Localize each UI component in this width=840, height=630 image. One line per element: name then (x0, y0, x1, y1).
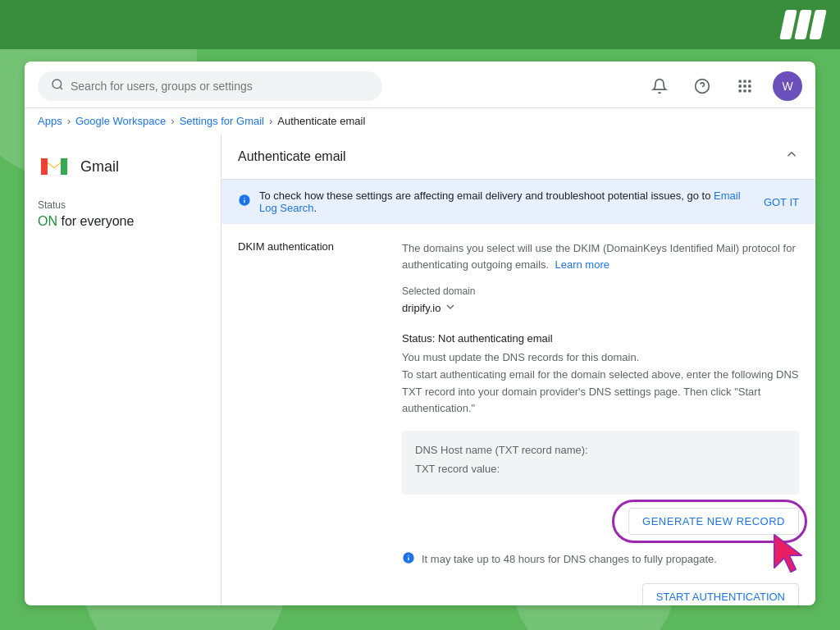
svg-rect-9 (748, 84, 751, 87)
apps-icon[interactable] (730, 71, 760, 101)
panel-header: Authenticate email (221, 134, 815, 180)
dropdown-arrow-icon (444, 300, 457, 316)
panel-title: Authenticate email (238, 149, 346, 164)
start-authentication-button[interactable]: START AUTHENTICATION (642, 583, 799, 605)
dns-host-name-label: DNS Host name (TXT record name): (415, 444, 786, 456)
sidebar-app-name: Gmail (80, 158, 119, 176)
breadcrumb-workspace[interactable]: Google Workspace (75, 115, 166, 127)
dns-instructions: You must update the DNS records for this… (402, 349, 799, 418)
start-auth-area: START AUTHENTICATION (402, 583, 799, 605)
right-content: Authenticate email (221, 134, 815, 605)
dkim-status-value: Not authenticating email (438, 332, 552, 345)
dns-record-box: DNS Host name (TXT record name): TXT rec… (402, 431, 799, 495)
search-input[interactable] (71, 80, 369, 93)
dkim-label: DKIM authentication (238, 240, 386, 253)
selected-domain-label: Selected domain (402, 285, 799, 297)
info-icon-small (402, 551, 415, 567)
svg-line-1 (60, 87, 62, 89)
top-bar (0, 0, 840, 49)
search-box[interactable] (38, 71, 382, 101)
domain-selector[interactable]: dripify.io (402, 300, 799, 316)
info-banner-left: To check how these settings are affectin… (238, 189, 747, 214)
propagation-text: It may take up to 48 hours for DNS chang… (422, 553, 717, 565)
svg-rect-8 (743, 84, 746, 87)
status-for: for everyone (61, 214, 134, 228)
dkim-status-line: Status: Not authenticating email (402, 332, 799, 345)
breadcrumb-sep-3: › (269, 115, 272, 127)
domain-name: dripify.io (402, 302, 441, 314)
app-header: Gmail (38, 150, 208, 183)
top-icons: W (645, 71, 802, 101)
svg-marker-16 (41, 158, 48, 175)
propagation-notice: It may take up to 48 hours for DNS chang… (402, 551, 799, 567)
info-banner-text: To check how these settings are affectin… (259, 189, 747, 214)
status-value: ON for everyone (38, 214, 208, 229)
info-icon (238, 194, 251, 210)
dkim-section: DKIM authentication The domains you sele… (221, 224, 815, 605)
logo-stripe-3 (809, 10, 827, 39)
breadcrumb-apps[interactable]: Apps (38, 115, 62, 127)
txt-record-label: TXT record value: (415, 463, 786, 475)
update-dns-text: You must update the DNS records for this… (402, 349, 799, 367)
svg-rect-5 (743, 80, 746, 83)
dkim-learn-more-link[interactable]: Learn more (555, 258, 609, 271)
svg-rect-11 (743, 89, 746, 92)
logo (783, 10, 824, 39)
help-icon[interactable] (687, 71, 717, 101)
svg-rect-6 (748, 80, 751, 83)
status-on: ON (38, 214, 57, 228)
dns-instruction-detail: To start authenticating email for the do… (402, 367, 799, 418)
breadcrumb-sep-1: › (67, 115, 71, 127)
status-section: Status: Not authenticating email You mus… (402, 332, 799, 418)
breadcrumb-settings-gmail[interactable]: Settings for Gmail (180, 115, 264, 127)
svg-rect-4 (739, 80, 742, 83)
content-area: Gmail Status ON for everyone Authenticat… (25, 134, 815, 605)
gmail-icon (38, 150, 71, 183)
search-bar-area: W (25, 62, 815, 108)
dkim-label-col: DKIM authentication (238, 240, 386, 605)
status-label: Status (38, 199, 208, 211)
collapse-icon[interactable] (784, 147, 799, 166)
breadcrumb: Apps › Google Workspace › Settings for G… (25, 108, 815, 134)
breadcrumb-sep-2: › (171, 115, 174, 127)
svg-point-0 (52, 80, 62, 89)
svg-marker-17 (61, 158, 67, 175)
svg-rect-12 (748, 89, 751, 92)
left-sidebar: Gmail Status ON for everyone (25, 134, 221, 605)
got-it-button[interactable]: GOT IT (764, 196, 799, 208)
user-avatar[interactable]: W (773, 71, 802, 101)
generate-area: GENERATE NEW RECORD (402, 508, 799, 535)
breadcrumb-current: Authenticate email (277, 115, 365, 127)
generate-new-record-button[interactable]: GENERATE NEW RECORD (628, 508, 799, 535)
info-banner: To check how these settings are affectin… (221, 180, 815, 224)
main-card: W Apps › Google Workspace › Settings for… (25, 62, 815, 605)
search-icon (51, 78, 64, 94)
notifications-icon[interactable] (645, 71, 674, 101)
svg-rect-7 (739, 84, 742, 87)
dkim-description: The domains you select will use the DKIM… (402, 240, 799, 272)
svg-rect-10 (739, 89, 742, 92)
dkim-content-col: The domains you select will use the DKIM… (402, 240, 799, 605)
